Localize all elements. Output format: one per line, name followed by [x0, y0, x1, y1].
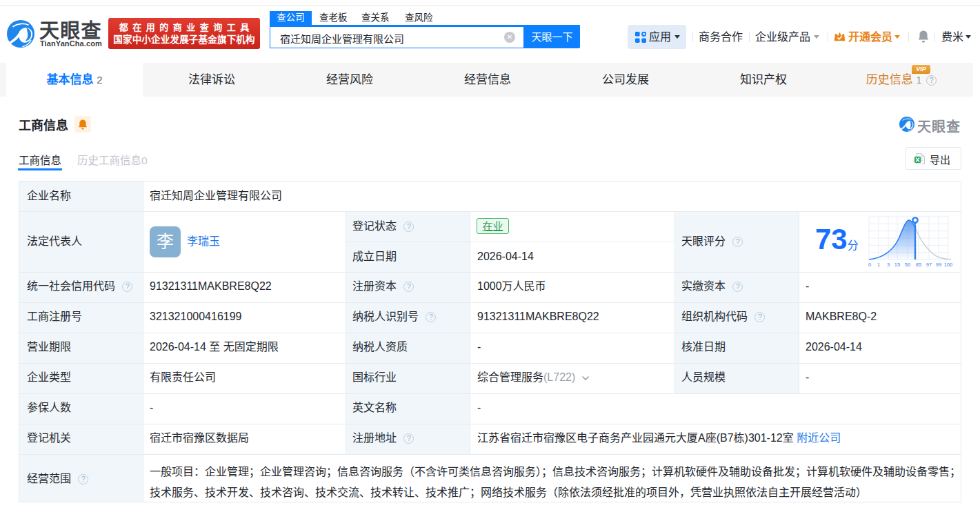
svg-text:3: 3 — [887, 262, 890, 268]
svg-text:99: 99 — [936, 262, 941, 268]
svg-text:0: 0 — [868, 262, 871, 268]
svg-text:97: 97 — [926, 262, 932, 268]
svg-text:15: 15 — [894, 262, 900, 268]
svg-text:85: 85 — [916, 262, 921, 268]
svg-text:1: 1 — [877, 262, 880, 268]
svg-text:50: 50 — [905, 262, 910, 268]
svg-text:100: 100 — [944, 262, 953, 268]
